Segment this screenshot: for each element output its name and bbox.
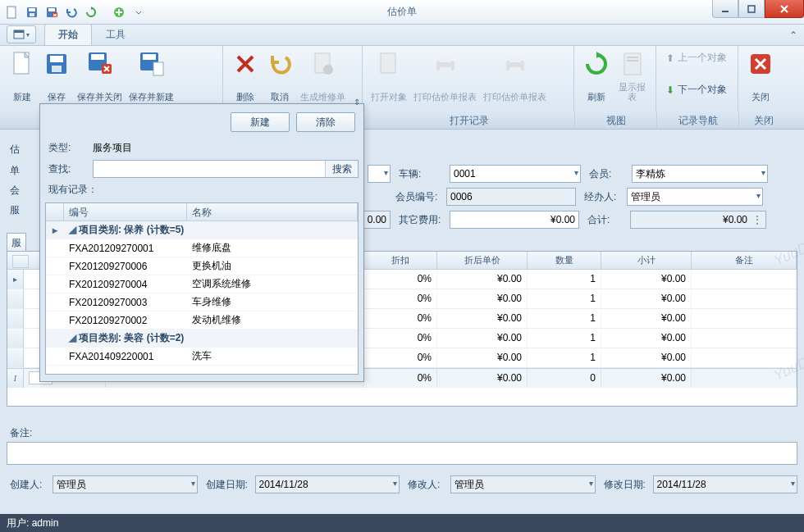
svg-rect-26 bbox=[440, 56, 451, 62]
popup-col-name[interactable]: 名称 bbox=[187, 203, 358, 221]
maximize-button[interactable] bbox=[738, 0, 765, 18]
qat-refresh-icon[interactable] bbox=[82, 3, 100, 21]
svg-rect-33 bbox=[627, 60, 638, 61]
printer-icon bbox=[502, 51, 528, 77]
col-discount[interactable]: 折扣 bbox=[363, 252, 437, 269]
label-modify-date: 修改日期: bbox=[601, 478, 648, 492]
search-input[interactable] bbox=[94, 161, 325, 177]
popup-pin-icon[interactable]: ⇕ bbox=[354, 98, 360, 107]
status-user: 用户: admin bbox=[7, 517, 58, 529]
popup-item-row[interactable]: FXA201209270001维修底盘 bbox=[46, 239, 358, 257]
qat-save-icon[interactable] bbox=[23, 3, 41, 21]
svg-point-23 bbox=[323, 65, 333, 75]
undo-icon bbox=[267, 51, 293, 77]
svg-rect-3 bbox=[30, 13, 34, 16]
popup-item-row[interactable]: FX201209270006更换机油 bbox=[46, 257, 358, 275]
popup-label-search: 查找: bbox=[45, 162, 93, 176]
print-multi-button[interactable]: 打印估价单报表 bbox=[480, 49, 550, 105]
form-label-gu: 估 bbox=[10, 143, 20, 157]
gen-repair-button[interactable]: 生成维修单 bbox=[297, 49, 349, 105]
new-button[interactable]: 新建 bbox=[5, 49, 39, 105]
search-button[interactable]: 搜索 bbox=[325, 161, 358, 177]
close-button[interactable] bbox=[765, 0, 804, 18]
member-no-field: 0006 bbox=[446, 188, 576, 206]
member-field[interactable]: 李精炼▾ bbox=[632, 165, 768, 183]
tab-service[interactable]: 服 bbox=[7, 233, 26, 251]
qat-add-green-icon[interactable] bbox=[110, 3, 128, 21]
popup-col-code[interactable]: 编号 bbox=[64, 203, 187, 221]
label-modifier: 修改人: bbox=[404, 478, 445, 492]
next-object-link[interactable]: ⬇下一个对象 bbox=[663, 81, 731, 98]
circle-up-icon: ⬆ bbox=[666, 52, 674, 64]
col-after-price[interactable]: 折后单价 bbox=[437, 252, 528, 269]
form-label-dan: 单 bbox=[10, 164, 20, 178]
col-remark[interactable]: 备注 bbox=[692, 252, 797, 269]
popup-label-existing: 现有记录： bbox=[45, 183, 98, 197]
other-fee-field[interactable]: ¥0.00 bbox=[450, 211, 579, 229]
window-controls bbox=[712, 0, 804, 18]
ribbon-menu-button[interactable]: ▾ bbox=[7, 25, 36, 43]
print-single-button[interactable]: 打印估价单报表 bbox=[410, 49, 480, 105]
svg-rect-9 bbox=[748, 6, 755, 12]
show-report-button[interactable]: 显示报表 bbox=[614, 49, 651, 105]
remark-field[interactable] bbox=[7, 442, 797, 465]
clerk-field[interactable]: 管理员▾ bbox=[627, 188, 763, 206]
report-icon bbox=[619, 51, 646, 77]
svg-rect-21 bbox=[153, 62, 163, 75]
popup-type-value: 服务项目 bbox=[93, 141, 359, 155]
save-new-icon bbox=[139, 51, 165, 77]
popup-item-row[interactable]: FX201209270003车身维修 bbox=[46, 293, 358, 311]
qat-sep bbox=[102, 3, 108, 21]
qat-save-close-icon[interactable] bbox=[43, 3, 61, 21]
svg-rect-5 bbox=[48, 8, 55, 11]
qat-undo-icon[interactable] bbox=[62, 3, 80, 21]
lookup-popup: ⇕ 新建 清除 类型: 服务项目 查找: 搜索 现有记录： 编号 名称 ▸◢项目… bbox=[39, 103, 364, 382]
col-qty[interactable]: 数量 bbox=[528, 252, 601, 269]
save-close-button[interactable]: 保存并关闭 bbox=[74, 49, 126, 105]
modify-date-field: 2014/11/28▾ bbox=[653, 475, 798, 493]
close-panel-button[interactable]: 关闭 bbox=[743, 49, 778, 105]
popup-group-row[interactable]: ◢项目类别: 美容 (计数=2) bbox=[46, 330, 358, 348]
create-date-field: 2014/11/28▾ bbox=[255, 475, 400, 493]
popup-clear-button[interactable]: 清除 bbox=[296, 112, 355, 132]
col-subtotal[interactable]: 小计 bbox=[601, 252, 692, 269]
printer-icon bbox=[432, 51, 459, 77]
svg-rect-32 bbox=[627, 57, 638, 58]
popup-item-row[interactable]: FX201209270002发动机维修 bbox=[46, 311, 358, 330]
popup-item-row[interactable]: FX201209270004空调系统维修 bbox=[46, 275, 358, 293]
label-clerk: 经办人: bbox=[581, 190, 622, 204]
qat-dropdown-icon[interactable] bbox=[130, 3, 148, 21]
ribbon-collapse-icon[interactable]: ⌃ bbox=[789, 30, 797, 41]
qat-new-icon[interactable] bbox=[3, 3, 21, 21]
quick-access-toolbar bbox=[3, 3, 148, 21]
label-vehicle: 车辆: bbox=[395, 167, 445, 181]
group-label-close: 关闭 bbox=[739, 111, 788, 129]
titlebar: 估价单 bbox=[0, 0, 804, 25]
prev-object-link[interactable]: ⬆上一个对象 bbox=[663, 49, 731, 66]
creator-field: 管理员▾ bbox=[53, 475, 198, 493]
label-other-fee: 其它费用: bbox=[395, 213, 445, 227]
total-field: ¥0.00⋮ bbox=[630, 211, 766, 229]
popup-label-type: 类型: bbox=[45, 141, 93, 155]
dropdown-stub[interactable]: ▾ bbox=[368, 165, 391, 183]
open-object-button[interactable]: 打开对象 bbox=[368, 49, 410, 105]
label-member-no: 会员编号: bbox=[392, 190, 441, 204]
refresh-button[interactable]: 刷新 bbox=[579, 49, 614, 105]
cancel-button[interactable]: 取消 bbox=[263, 49, 297, 105]
save-button[interactable]: 保存 bbox=[39, 49, 74, 105]
popup-item-row[interactable]: FXA201409220001洗车 bbox=[46, 348, 358, 366]
group-label-view: 视图 bbox=[575, 111, 657, 129]
popup-group-row[interactable]: ▸◢项目类别: 保养 (计数=5) bbox=[46, 221, 358, 239]
window-title: 估价单 bbox=[387, 5, 417, 19]
svg-rect-8 bbox=[722, 11, 729, 12]
minimize-button[interactable] bbox=[712, 0, 738, 18]
grid-corner bbox=[12, 255, 29, 268]
delete-button[interactable]: 删除 bbox=[228, 49, 263, 105]
tab-tools[interactable]: 工具 bbox=[92, 24, 139, 45]
save-new-button[interactable]: 保存并新建 bbox=[126, 49, 177, 105]
svg-rect-17 bbox=[91, 54, 104, 60]
tab-start[interactable]: 开始 bbox=[44, 24, 92, 45]
vehicle-field[interactable]: 0001▾ bbox=[450, 165, 581, 183]
group-label-nav: 记录导航 bbox=[657, 111, 739, 129]
popup-new-button[interactable]: 新建 bbox=[231, 112, 290, 132]
